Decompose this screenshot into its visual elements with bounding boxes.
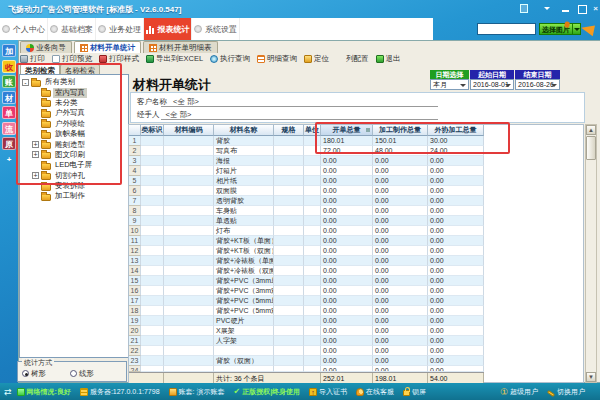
- toolbar-button-打印[interactable]: 打印: [20, 54, 45, 64]
- collapse-icon[interactable]: -: [22, 79, 29, 86]
- column-header-类标识[interactable]: 类标识: [141, 125, 164, 136]
- status-item-导入证书[interactable]: ↑导入证书: [309, 387, 347, 397]
- toolbar-button-定位[interactable]: 定位: [304, 54, 329, 64]
- doc-tab-材料开单明细表[interactable]: 材料开单明细表: [143, 41, 218, 53]
- quick-button-流[interactable]: 流: [2, 122, 16, 135]
- status-item-锁屏[interactable]: 锁屏: [403, 387, 426, 397]
- title-bar[interactable]: 飞扬动力广告公司管理软件 [标准版 - V2.6.0.547] ×: [0, 0, 600, 18]
- status-item-正版授权|终身使用[interactable]: ✔正版授权|终身使用: [233, 387, 300, 397]
- table-row[interactable]: 17背胶+PVC（5mm单0.000.000.00: [129, 296, 484, 306]
- column-header-单位[interactable]: 单位: [304, 125, 321, 136]
- table-row[interactable]: 5相片纸0.000.000.00: [129, 176, 484, 186]
- scroll-up-arrow-icon[interactable]: ▲: [586, 125, 596, 135]
- column-header-加工制作总量[interactable]: 加工制作总量: [373, 125, 428, 136]
- vertical-scrollbar[interactable]: ▲ ▼: [585, 124, 597, 383]
- quick-button-收[interactable]: 收: [2, 60, 16, 73]
- table-row[interactable]: 20X展架0.000.000.00: [129, 326, 484, 336]
- nav-tab-业务处理[interactable]: 业务处理: [96, 18, 144, 40]
- table-row[interactable]: 3海报0.000.000.00: [129, 156, 484, 166]
- expand-icon[interactable]: +: [32, 151, 39, 158]
- customer-filter-value[interactable]: <全 部>: [173, 97, 199, 106]
- toolbar-button-明细查询[interactable]: 明细查询: [257, 54, 297, 64]
- status-item-账套: 演示账套[interactable]: 账套: 演示账套: [169, 387, 225, 397]
- tree-item-切割冲孔[interactable]: +切割冲孔: [20, 171, 128, 181]
- column-header-规格[interactable]: 规格: [274, 125, 304, 136]
- tree-item-LED电子屏[interactable]: LED电子屏: [20, 160, 128, 170]
- table-row[interactable]: 18背胶+PVC（5mm双0.000.000.00: [129, 306, 484, 316]
- tree-item-旗帜条幅[interactable]: 旗帜条幅: [20, 129, 128, 139]
- table-row[interactable]: 10灯布0.000.000.00: [129, 226, 484, 236]
- radio-checked-icon[interactable]: [22, 370, 29, 377]
- table-row[interactable]: 19PVC硬片0.000.000.00: [129, 316, 484, 326]
- status-item-在线客服[interactable]: 在线客服: [356, 387, 394, 397]
- skin-chevron-icon[interactable]: [542, 4, 553, 13]
- scroll-thumb[interactable]: [586, 136, 596, 160]
- toolbar-button-打印样式[interactable]: 打印样式: [99, 54, 139, 64]
- toolbar-button-打印预览[interactable]: 打印预览: [52, 54, 92, 64]
- table-row[interactable]: 14背胶+冷裱板（双面）0.000.000.00: [129, 266, 484, 276]
- table-row[interactable]: 12背胶+KT板（双面）0.000.000.00: [129, 246, 484, 256]
- tree-item-户外写真[interactable]: 户外写真: [20, 108, 128, 118]
- date-value-dropdown[interactable]: 2016-08-01: [470, 79, 514, 90]
- table-row[interactable]: 1背胶180.01150.0130.00: [129, 136, 484, 146]
- table-row[interactable]: 16背胶+PVC（3mm双0.000.000.00: [129, 286, 484, 296]
- expand-icon[interactable]: +: [32, 141, 39, 148]
- table-row[interactable]: 21人字架0.000.000.00: [129, 336, 484, 346]
- nav-tab-报表统计[interactable]: 报表统计: [144, 18, 192, 40]
- expand-icon[interactable]: +: [32, 172, 39, 179]
- quick-button-+[interactable]: +: [2, 153, 16, 166]
- scroll-down-arrow-icon[interactable]: ▼: [586, 372, 596, 382]
- row-number-header[interactable]: [129, 125, 141, 136]
- minimize-button[interactable]: [560, 4, 571, 13]
- table-row[interactable]: 13背胶+冷裱板（单面）0.000.000.00: [129, 256, 484, 266]
- table-row[interactable]: 220.000.000.00: [129, 346, 484, 356]
- toolbar-button-执行查询[interactable]: 执行查询: [210, 54, 250, 64]
- status-item-超级用户[interactable]: ①超级用户: [500, 387, 538, 397]
- quick-button-原[interactable]: 原: [2, 137, 16, 150]
- tree-root[interactable]: -所有类别: [20, 77, 128, 87]
- column-header-材料名称[interactable]: 材料名称: [214, 125, 274, 136]
- quick-button-单[interactable]: 单: [2, 106, 16, 119]
- column-header-外协加工总量[interactable]: 外协加工总量: [428, 125, 484, 136]
- status-item-服务器:127.0.0.1:7798[interactable]: 服务器:127.0.0.1:7798: [80, 387, 160, 397]
- table-row[interactable]: 15背胶+PVC（3mm单0.000.000.00: [129, 276, 484, 286]
- table-row[interactable]: 7透明背胶0.000.000.00: [129, 196, 484, 206]
- tree-item-图文印刷[interactable]: +图文印刷: [20, 150, 128, 160]
- close-button[interactable]: ×: [590, 4, 600, 13]
- date-value-dropdown[interactable]: 2016-08-26: [515, 79, 560, 90]
- tree-item-雕刻造型[interactable]: +雕刻造型: [20, 139, 128, 149]
- column-header-开单总量[interactable]: 开单总量: [321, 125, 373, 136]
- tree-item-未分类[interactable]: 未分类: [20, 98, 128, 108]
- column-header-材料编码[interactable]: 材料编码: [164, 125, 214, 136]
- tree-item-室内写真[interactable]: 室内写真: [20, 87, 128, 97]
- nav-tab-系统设置[interactable]: 系统设置: [192, 18, 240, 40]
- stats-mode-option-树形[interactable]: 树形: [22, 369, 46, 379]
- quick-button-材[interactable]: 材: [2, 91, 16, 104]
- nav-tab-个人中心[interactable]: 个人中心: [0, 18, 48, 40]
- doc-tab-业务向导[interactable]: 业务向导: [20, 41, 72, 53]
- quick-button-加[interactable]: 加: [2, 44, 16, 57]
- table-row[interactable]: 4灯箱片0.000.000.00: [129, 166, 484, 176]
- sync-arrows-icon[interactable]: ⇄: [4, 387, 12, 397]
- table-row[interactable]: 11背胶+KT板（单面）0.000.000.00: [129, 236, 484, 246]
- doc-tab-材料开单统计[interactable]: 材料开单统计: [74, 41, 141, 53]
- toolbar-button-导出到EXCEL[interactable]: 导出到EXCEL: [146, 54, 203, 64]
- maximize-button[interactable]: [576, 4, 587, 13]
- toolbar-button-列配置[interactable]: 列配置: [336, 54, 369, 64]
- tree-item-安装拆除[interactable]: 安装拆除: [20, 181, 128, 191]
- handler-filter-value[interactable]: <全 部>: [166, 110, 192, 119]
- quick-button-账[interactable]: 账: [2, 75, 16, 88]
- table-row[interactable]: 8车身贴0.000.000.00: [129, 206, 484, 216]
- date-value-dropdown[interactable]: 本月: [430, 79, 469, 90]
- nav-tab-基础档案[interactable]: 基础档案: [48, 18, 96, 40]
- table-row[interactable]: 6双面膜0.000.000.00: [129, 186, 484, 196]
- image-search-input[interactable]: [477, 23, 536, 35]
- page-icon[interactable]: [520, 4, 528, 13]
- status-item-切换用户[interactable]: 切换用户: [547, 387, 585, 397]
- table-row[interactable]: 23背胶（双面）0.000.000.00: [129, 356, 484, 366]
- horn-icon[interactable]: [580, 23, 595, 36]
- stats-mode-option-线形[interactable]: 线形: [70, 369, 94, 379]
- table-row[interactable]: 9单透贴0.000.000.00: [129, 216, 484, 226]
- table-row[interactable]: 240.000.000.00: [129, 366, 484, 372]
- tree-item-户外喷绘[interactable]: 户外喷绘: [20, 119, 128, 129]
